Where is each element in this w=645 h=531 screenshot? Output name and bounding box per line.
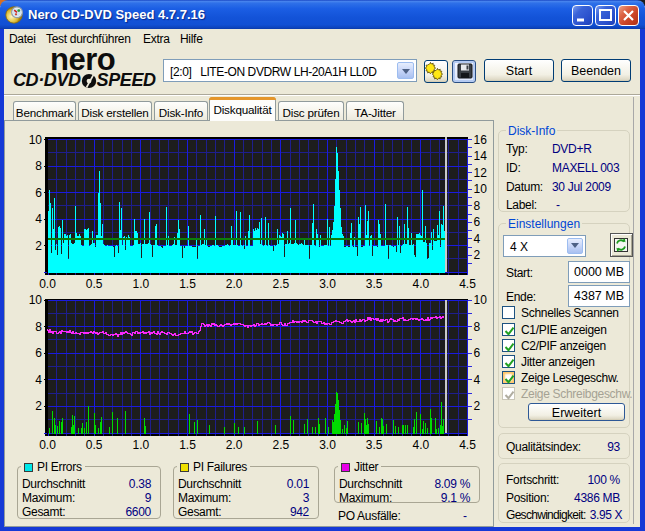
- svg-text:1.0: 1.0: [132, 438, 149, 452]
- svg-text:8: 8: [474, 199, 481, 213]
- svg-text:1.0: 1.0: [132, 277, 149, 291]
- svg-text:4: 4: [474, 232, 481, 246]
- svg-text:2.5: 2.5: [272, 277, 289, 291]
- svg-text:2: 2: [474, 248, 481, 262]
- svg-text:0.5: 0.5: [86, 277, 103, 291]
- svg-text:3.0: 3.0: [319, 277, 336, 291]
- svg-text:10: 10: [474, 293, 488, 307]
- svg-text:0.5: 0.5: [86, 438, 103, 452]
- svg-text:2: 2: [474, 399, 481, 413]
- svg-text:2.0: 2.0: [226, 277, 243, 291]
- svg-text:14: 14: [474, 149, 488, 163]
- svg-text:10: 10: [474, 182, 488, 196]
- svg-text:0.0: 0.0: [39, 438, 56, 452]
- svg-text:2.5: 2.5: [272, 438, 289, 452]
- svg-text:6: 6: [35, 186, 42, 200]
- svg-text:2: 2: [35, 399, 42, 413]
- svg-text:0.0: 0.0: [39, 277, 56, 291]
- svg-text:1.5: 1.5: [179, 277, 196, 291]
- svg-text:4: 4: [474, 373, 481, 387]
- svg-text:4: 4: [35, 212, 42, 226]
- svg-text:4.5: 4.5: [459, 438, 476, 452]
- svg-text:3.5: 3.5: [366, 438, 383, 452]
- svg-text:6: 6: [474, 346, 481, 360]
- svg-text:8: 8: [474, 320, 481, 334]
- svg-text:12: 12: [474, 166, 488, 180]
- svg-text:2.0: 2.0: [226, 438, 243, 452]
- svg-text:4.5: 4.5: [459, 277, 476, 291]
- svg-text:3.5: 3.5: [366, 277, 383, 291]
- svg-text:8: 8: [35, 320, 42, 334]
- svg-text:1.5: 1.5: [179, 438, 196, 452]
- svg-text:16: 16: [474, 133, 488, 147]
- svg-text:3.0: 3.0: [319, 438, 336, 452]
- svg-text:4.0: 4.0: [412, 277, 429, 291]
- svg-text:2: 2: [35, 239, 42, 253]
- svg-text:4.0: 4.0: [412, 438, 429, 452]
- svg-text:6: 6: [35, 346, 42, 360]
- svg-text:6: 6: [474, 215, 481, 229]
- svg-text:10: 10: [29, 293, 43, 307]
- svg-text:4: 4: [35, 373, 42, 387]
- svg-text:10: 10: [29, 133, 43, 147]
- svg-text:8: 8: [35, 159, 42, 173]
